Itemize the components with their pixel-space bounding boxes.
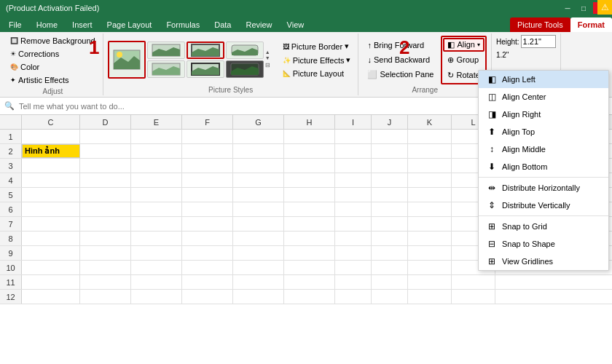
- cell-12-h[interactable]: [284, 290, 335, 304]
- cell-11-k[interactable]: [408, 275, 452, 289]
- cell-11-c[interactable]: [22, 275, 80, 289]
- cell-5-e[interactable]: [131, 188, 182, 202]
- cell-4-i[interactable]: [335, 173, 372, 187]
- cell-8-c[interactable]: [22, 232, 80, 245]
- cell-7-c[interactable]: [22, 217, 80, 231]
- col-header-f[interactable]: F: [182, 115, 233, 129]
- cell-10-f[interactable]: [182, 261, 233, 274]
- picture-effects-btn[interactable]: ✨ Picture Effects ▾: [280, 54, 354, 66]
- cell-12-e[interactable]: [131, 290, 182, 304]
- cell-2-e[interactable]: [131, 144, 182, 158]
- col-header-c[interactable]: C: [22, 115, 80, 129]
- cell-9-e[interactable]: [131, 246, 182, 260]
- align-btn[interactable]: ◧ Align ▾: [443, 38, 484, 52]
- cell-9-d[interactable]: [80, 246, 131, 260]
- cell-2-h[interactable]: [284, 144, 335, 158]
- cell-1-i[interactable]: [335, 130, 372, 143]
- cell-10-i[interactable]: [335, 261, 372, 274]
- cell-12-c[interactable]: [22, 290, 80, 304]
- tab-format[interactable]: Format: [570, 17, 612, 32]
- col-header-j[interactable]: J: [372, 115, 408, 129]
- cell-6-d[interactable]: [80, 202, 131, 216]
- cell-7-e[interactable]: [131, 217, 182, 231]
- tab-formulas[interactable]: Formulas: [159, 17, 207, 32]
- pic-style-2[interactable]: [187, 41, 224, 59]
- cell-4-e[interactable]: [131, 173, 182, 187]
- cell-11-i[interactable]: [335, 275, 372, 289]
- cell-7-i[interactable]: [335, 217, 372, 231]
- cell-7-f[interactable]: [182, 217, 233, 231]
- cell-3-d[interactable]: [80, 159, 131, 173]
- cell-8-g[interactable]: [233, 232, 284, 245]
- cell-5-k[interactable]: [408, 188, 452, 202]
- cell-2-k[interactable]: [408, 144, 452, 158]
- cell-6-g[interactable]: [233, 202, 284, 216]
- cell-10-k[interactable]: [408, 261, 452, 274]
- cell-7-h[interactable]: [284, 217, 335, 231]
- pic-style-6[interactable]: [226, 60, 264, 78]
- col-header-g[interactable]: G: [233, 115, 284, 129]
- cell-12-k[interactable]: [408, 290, 452, 304]
- cell-1-f[interactable]: [182, 130, 233, 143]
- cell-6-i[interactable]: [335, 202, 372, 216]
- cell-9-k[interactable]: [408, 246, 452, 260]
- cell-3-k[interactable]: [408, 159, 452, 173]
- cell-3-c[interactable]: [22, 159, 80, 173]
- cell-5-j[interactable]: [372, 188, 408, 202]
- pic-style-selected[interactable]: [108, 41, 146, 79]
- group-btn[interactable]: ⊕ Group: [443, 53, 484, 67]
- align-middle-item[interactable]: ↕ Align Middle: [479, 141, 608, 158]
- col-header-i[interactable]: I: [335, 115, 372, 129]
- view-gridlines-item[interactable]: ⊞ View Gridlines: [479, 253, 608, 270]
- cell-9-f[interactable]: [182, 246, 233, 260]
- cell-7-j[interactable]: [372, 217, 408, 231]
- col-header-e[interactable]: E: [131, 115, 182, 129]
- corrections-btn[interactable]: ☀ Corrections: [7, 48, 98, 60]
- cell-1-e[interactable]: [131, 130, 182, 143]
- remove-background-btn[interactable]: 🔲 Remove Background: [7, 35, 98, 47]
- tab-page-layout[interactable]: Page Layout: [100, 17, 160, 32]
- cell-10-h[interactable]: [284, 261, 335, 274]
- tab-review[interactable]: Review: [238, 17, 279, 32]
- pic-style-1[interactable]: [147, 41, 185, 59]
- pic-style-5[interactable]: [187, 60, 224, 78]
- minimize-button[interactable]: ─: [561, 2, 574, 14]
- cell-10-c[interactable]: [22, 261, 80, 274]
- cell-1-h[interactable]: [284, 130, 335, 143]
- cell-1-j[interactable]: [372, 130, 408, 143]
- cell-11-f[interactable]: [182, 275, 233, 289]
- snap-shape-item[interactable]: ⊟ Snap to Shape: [479, 235, 608, 253]
- cell-5-f[interactable]: [182, 188, 233, 202]
- cell-3-e[interactable]: [131, 159, 182, 173]
- cell-6-k[interactable]: [408, 202, 452, 216]
- cell-8-f[interactable]: [182, 232, 233, 245]
- cell-12-g[interactable]: [233, 290, 284, 304]
- tab-file[interactable]: File: [1, 17, 29, 32]
- pic-style-3[interactable]: [226, 41, 264, 59]
- cell-2-g[interactable]: [233, 144, 284, 158]
- cell-10-j[interactable]: [372, 261, 408, 274]
- cell-6-c[interactable]: [22, 202, 80, 216]
- cell-7-g[interactable]: [233, 217, 284, 231]
- cell-6-f[interactable]: [182, 202, 233, 216]
- cell-11-l[interactable]: [452, 275, 495, 289]
- cell-3-g[interactable]: [233, 159, 284, 173]
- snap-grid-item[interactable]: ⊞ Snap to Grid: [479, 218, 608, 235]
- cell-4-k[interactable]: [408, 173, 452, 187]
- cell-4-h[interactable]: [284, 173, 335, 187]
- cell-3-j[interactable]: [372, 159, 408, 173]
- cell-11-j[interactable]: [372, 275, 408, 289]
- height-input[interactable]: [521, 35, 556, 48]
- cell-2-c[interactable]: Hình ảnh: [22, 144, 80, 158]
- cell-4-f[interactable]: [182, 173, 233, 187]
- cell-9-j[interactable]: [372, 246, 408, 260]
- align-left-item[interactable]: ◧ Align Left: [479, 71, 608, 88]
- cell-1-d[interactable]: [80, 130, 131, 143]
- cell-2-j[interactable]: [372, 144, 408, 158]
- cell-2-i[interactable]: [335, 144, 372, 158]
- cell-7-k[interactable]: [408, 217, 452, 231]
- tab-insert[interactable]: Insert: [65, 17, 100, 32]
- cell-11-e[interactable]: [131, 275, 182, 289]
- cell-5-g[interactable]: [233, 188, 284, 202]
- cell-4-g[interactable]: [233, 173, 284, 187]
